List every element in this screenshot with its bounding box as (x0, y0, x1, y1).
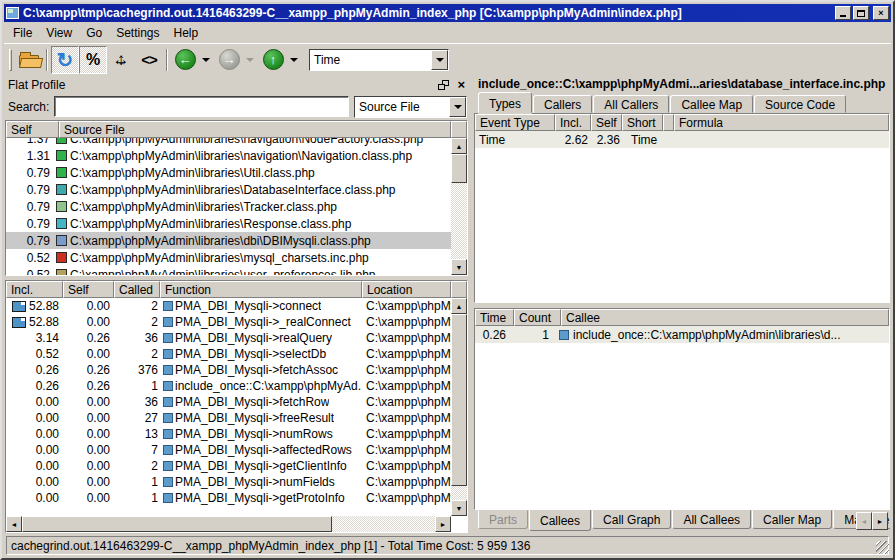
close-button[interactable]: × (873, 6, 889, 20)
tab[interactable]: All Callers (593, 95, 669, 113)
file-row[interactable]: 0.79 C:\xampp\phpMyAdmin\libraries\dbi\D… (6, 232, 451, 249)
minimize-button[interactable] (835, 6, 851, 20)
scroll-down-icon[interactable]: ▼ (451, 500, 467, 516)
callee-row[interactable]: 0.26 1 include_once::C:\xampp\phpMyAdmin… (475, 326, 889, 343)
column-header-time[interactable]: Time (475, 309, 514, 326)
function-called-value: 36 (114, 395, 160, 409)
dock-header[interactable]: Flat Profile × (4, 76, 469, 93)
forward-dropdown-icon[interactable] (246, 58, 254, 62)
toolbar-separator (46, 49, 48, 71)
resize-grip[interactable] (876, 541, 889, 554)
relative-cost-button[interactable]: <> (135, 46, 163, 74)
function-row[interactable]: 52.88 0.00 2 PMA_DBI_Mysqli->_realConnec… (6, 314, 451, 330)
callees-body: 0.26 1 include_once::C:\xampp\phpMyAdmin… (475, 326, 889, 509)
tab[interactable]: Source Code (754, 95, 846, 113)
tab[interactable]: Caller Map (752, 510, 832, 529)
title-bar[interactable]: C:\xampp\tmp\cachegrind.out.1416463299-C… (4, 4, 891, 22)
function-row[interactable]: 0.26 0.26 1 include_once::C:\xampp\phpMy… (6, 378, 451, 394)
column-header-event-type[interactable]: Event Type (475, 114, 555, 131)
file-row[interactable]: 1.31 C:\xampp\phpMyAdmin\libraries\navig… (6, 147, 451, 164)
function-incl-value: 52.88 (6, 299, 63, 313)
function-row[interactable]: 0.00 0.00 7 PMA_DBI_Mysqli->affectedRows… (6, 442, 451, 458)
function-row[interactable]: 52.88 0.00 2 PMA_DBI_Mysqli->connect C:\… (6, 298, 451, 314)
scrollbar-thumb[interactable] (451, 154, 467, 183)
column-header-count[interactable]: Count (514, 309, 561, 326)
file-row[interactable]: 0.52 C:\xampp\phpMyAdmin\libraries\user_… (6, 266, 451, 275)
maximize-button[interactable] (853, 6, 869, 20)
percent-toggle-button[interactable]: % (79, 46, 107, 74)
scroll-right-icon[interactable]: ► (435, 516, 451, 532)
scroll-left-icon[interactable]: ◄ (6, 516, 22, 532)
file-row[interactable]: 0.52 C:\xampp\phpMyAdmin\libraries\mysql… (6, 249, 451, 266)
back-dropdown-icon[interactable] (202, 58, 210, 62)
tab[interactable]: All Callees (672, 510, 751, 529)
up-dropdown-icon[interactable] (290, 58, 298, 62)
function-row[interactable]: 0.00 0.00 36 PMA_DBI_Mysqli->fetchRow C:… (6, 394, 451, 410)
tab[interactable]: Callers (533, 95, 592, 113)
file-row[interactable]: 0.79 C:\xampp\phpMyAdmin\libraries\Util.… (6, 164, 451, 181)
column-header-function[interactable]: Function (160, 281, 362, 298)
reload-button[interactable]: ↻ (51, 46, 79, 74)
menu-item[interactable]: File (6, 24, 39, 42)
expand-areas-button[interactable]: ↔↕ (107, 46, 135, 74)
function-table-vscrollbar[interactable]: ▲ ▼ (451, 298, 467, 516)
dock-close-button[interactable]: × (457, 80, 465, 90)
column-header-incl[interactable]: Incl. (555, 114, 591, 131)
menu-item[interactable]: Settings (109, 24, 166, 42)
column-header-incl[interactable]: Incl. (6, 281, 63, 298)
scrollbar-thumb[interactable] (22, 516, 332, 532)
tab[interactable]: Callees (529, 510, 591, 531)
scroll-left-icon[interactable]: ◄ (856, 512, 872, 530)
scroll-up-icon[interactable]: ▲ (451, 138, 467, 154)
event-type-row[interactable]: Time 2.62 2.36 Time (475, 131, 889, 148)
column-header-self[interactable]: Self (63, 281, 114, 298)
file-row[interactable]: 1.37 C:\xampp\phpMyAdmin\libraries\navig… (6, 138, 451, 147)
function-row[interactable]: 0.00 0.00 13 PMA_DBI_Mysqli->numRows C:\… (6, 426, 451, 442)
file-row[interactable]: 0.79 C:\xampp\phpMyAdmin\libraries\Respo… (6, 215, 451, 232)
dock-float-button[interactable] (438, 80, 449, 90)
chevron-down-icon[interactable] (431, 50, 448, 70)
function-row[interactable]: 0.00 0.00 1 PMA_DBI_Mysqli->numFields C:… (6, 474, 451, 490)
scrollbar-thumb[interactable] (451, 314, 467, 486)
column-header-called[interactable]: Called (114, 281, 160, 298)
tab[interactable]: Parts (478, 510, 528, 529)
tab[interactable]: Call Graph (592, 510, 671, 529)
column-header-self[interactable]: Self (6, 121, 59, 138)
tab[interactable]: Types (478, 92, 532, 113)
toolbar-handle[interactable] (9, 49, 12, 71)
function-row[interactable]: 3.14 0.26 36 PMA_DBI_Mysqli->realQuery C… (6, 330, 451, 346)
column-header-source-file[interactable]: Source File (59, 121, 451, 138)
column-header-location[interactable]: Location (362, 281, 451, 298)
menu-item[interactable]: Go (79, 24, 109, 42)
back-button[interactable]: ← (171, 46, 199, 74)
up-button[interactable]: ↑ (259, 46, 287, 74)
file-path: C:\xampp\phpMyAdmin\libraries\navigation… (70, 138, 451, 146)
function-row[interactable]: 0.26 0.26 376 PMA_DBI_Mysqli->fetchAssoc… (6, 362, 451, 378)
column-header-self[interactable]: Self (591, 114, 622, 131)
menu-item[interactable]: Help (167, 24, 206, 42)
function-row[interactable]: 0.00 0.00 27 PMA_DBI_Mysqli->freeResult … (6, 410, 451, 426)
function-row[interactable]: 0.00 0.00 1 PMA_DBI_Mysqli->getProtoInfo… (6, 490, 451, 506)
function-table-hscrollbar[interactable]: ◄ ► (6, 516, 451, 532)
file-row[interactable]: 0.79 C:\xampp\phpMyAdmin\libraries\Track… (6, 198, 451, 215)
file-table-scrollbar[interactable]: ▲ ▼ (451, 138, 467, 275)
chevron-down-icon[interactable] (449, 97, 466, 117)
group-by-combobox[interactable]: Source File (354, 96, 467, 118)
open-file-button[interactable] (15, 46, 43, 74)
event-type-combobox[interactable]: Time (309, 49, 449, 71)
file-self-value: 0.52 (6, 251, 54, 265)
function-row[interactable]: 0.00 0.00 2 PMA_DBI_Mysqli->getClientInf… (6, 458, 451, 474)
column-header-callee[interactable]: Callee (561, 309, 889, 326)
function-row[interactable]: 0.52 0.00 2 PMA_DBI_Mysqli->selectDb C:\… (6, 346, 451, 362)
scroll-up-icon[interactable]: ▲ (451, 298, 467, 314)
column-header-short[interactable]: Short (622, 114, 663, 131)
scroll-right-icon[interactable]: ► (872, 512, 888, 530)
forward-button[interactable]: → (215, 46, 243, 74)
file-row[interactable]: 0.79 C:\xampp\phpMyAdmin\libraries\Datab… (6, 181, 451, 198)
menu-item[interactable]: View (39, 24, 79, 42)
column-header-formula[interactable]: Formula (674, 114, 889, 131)
function-name: PMA_DBI_Mysqli->fetchRow (160, 395, 362, 409)
scroll-down-icon[interactable]: ▼ (451, 259, 467, 275)
search-input[interactable] (54, 96, 349, 117)
tab[interactable]: Callee Map (670, 95, 753, 113)
